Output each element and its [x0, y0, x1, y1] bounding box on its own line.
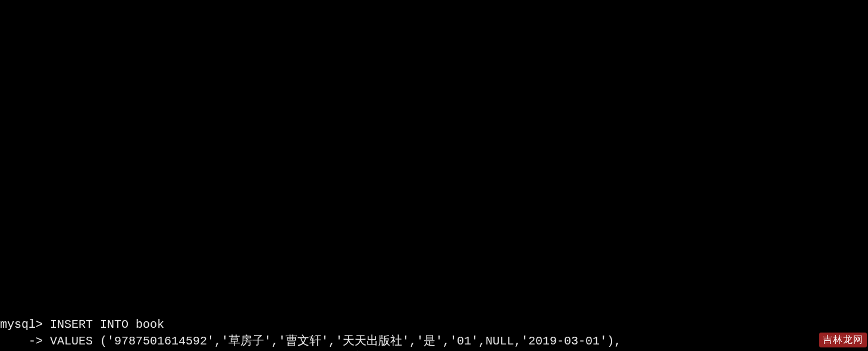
sql-line-values: -> VALUES ('9787501614592','草房子','曹文轩','… — [0, 333, 868, 350]
watermark: 吉林龙网 — [819, 333, 867, 347]
mysql-terminal[interactable]: mysql> INSERT INTO book -> VALUES ('9787… — [0, 0, 868, 351]
sql-line-head: mysql> INSERT INTO book — [0, 316, 868, 333]
